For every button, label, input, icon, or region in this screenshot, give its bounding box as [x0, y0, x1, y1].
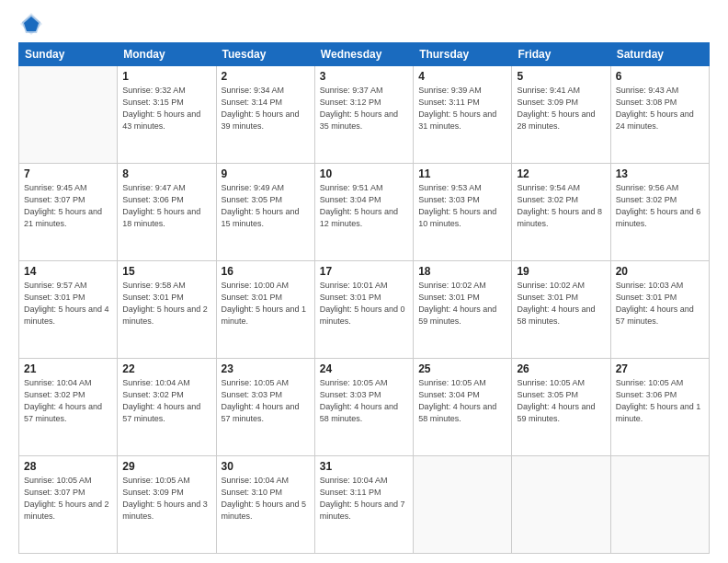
day-number: 28	[24, 460, 112, 473]
calendar-cell: 8Sunrise: 9:47 AM Sunset: 3:06 PM Daylig…	[118, 164, 216, 261]
calendar-cell: 20Sunrise: 10:03 AM Sunset: 3:01 PM Dayl…	[610, 261, 709, 359]
day-number: 3	[320, 70, 408, 83]
day-info: Sunrise: 9:34 AM Sunset: 3:14 PM Dayligh…	[222, 85, 310, 132]
logo-icon	[18, 11, 44, 37]
day-number: 10	[320, 167, 408, 180]
day-info: Sunrise: 10:05 AM Sunset: 3:03 PM Daylig…	[222, 377, 310, 425]
day-info: Sunrise: 10:00 AM Sunset: 3:01 PM Daylig…	[222, 280, 310, 327]
day-number: 20	[616, 265, 704, 278]
day-info: Sunrise: 10:02 AM Sunset: 3:01 PM Daylig…	[517, 280, 605, 327]
weekday-header-saturday: Saturday	[610, 43, 709, 66]
day-number: 26	[517, 362, 605, 375]
day-info: Sunrise: 9:51 AM Sunset: 3:04 PM Dayligh…	[320, 182, 408, 230]
day-info: Sunrise: 9:41 AM Sunset: 3:09 PM Dayligh…	[517, 85, 605, 132]
calendar-cell: 13Sunrise: 9:56 AM Sunset: 3:02 PM Dayli…	[610, 164, 709, 261]
calendar-cell	[512, 456, 610, 554]
day-number: 27	[616, 362, 704, 375]
calendar-cell: 25Sunrise: 10:05 AM Sunset: 3:04 PM Dayl…	[414, 359, 512, 456]
calendar-cell: 28Sunrise: 10:05 AM Sunset: 3:07 PM Dayl…	[19, 456, 118, 554]
calendar-cell: 12Sunrise: 9:54 AM Sunset: 3:02 PM Dayli…	[512, 164, 610, 261]
calendar-cell	[19, 66, 118, 164]
day-info: Sunrise: 10:04 AM Sunset: 3:11 PM Daylig…	[320, 475, 408, 523]
weekday-header-wednesday: Wednesday	[314, 43, 413, 66]
calendar-cell: 3Sunrise: 9:37 AM Sunset: 3:12 PM Daylig…	[314, 66, 413, 164]
calendar-cell: 18Sunrise: 10:02 AM Sunset: 3:01 PM Dayl…	[414, 261, 512, 359]
day-number: 18	[418, 265, 506, 278]
calendar-cell: 26Sunrise: 10:05 AM Sunset: 3:05 PM Dayl…	[512, 359, 610, 456]
day-number: 8	[122, 167, 210, 180]
weekday-header-thursday: Thursday	[414, 43, 512, 66]
page: SundayMondayTuesdayWednesdayThursdayFrid…	[0, 0, 728, 563]
calendar-cell: 1Sunrise: 9:32 AM Sunset: 3:15 PM Daylig…	[118, 66, 216, 164]
calendar-cell	[610, 456, 709, 554]
day-number: 4	[418, 70, 506, 83]
day-number: 19	[517, 265, 605, 278]
calendar-cell: 16Sunrise: 10:00 AM Sunset: 3:01 PM Dayl…	[216, 261, 314, 359]
day-number: 23	[222, 362, 310, 375]
weekday-header-sunday: Sunday	[19, 43, 118, 66]
day-info: Sunrise: 10:05 AM Sunset: 3:04 PM Daylig…	[418, 377, 506, 425]
day-info: Sunrise: 9:47 AM Sunset: 3:06 PM Dayligh…	[122, 182, 210, 230]
calendar-cell	[414, 456, 512, 554]
day-number: 30	[222, 460, 310, 473]
day-number: 11	[418, 167, 506, 180]
calendar-cell: 7Sunrise: 9:45 AM Sunset: 3:07 PM Daylig…	[19, 164, 118, 261]
day-info: Sunrise: 10:04 AM Sunset: 3:02 PM Daylig…	[122, 377, 210, 425]
day-number: 24	[320, 362, 408, 375]
day-info: Sunrise: 10:03 AM Sunset: 3:01 PM Daylig…	[616, 280, 704, 327]
day-info: Sunrise: 10:04 AM Sunset: 3:10 PM Daylig…	[222, 475, 310, 523]
day-info: Sunrise: 9:58 AM Sunset: 3:01 PM Dayligh…	[122, 280, 210, 327]
calendar-cell: 15Sunrise: 9:58 AM Sunset: 3:01 PM Dayli…	[118, 261, 216, 359]
calendar-cell: 6Sunrise: 9:43 AM Sunset: 3:08 PM Daylig…	[610, 66, 709, 164]
header	[18, 15, 710, 37]
calendar-cell: 14Sunrise: 9:57 AM Sunset: 3:01 PM Dayli…	[19, 261, 118, 359]
day-number: 6	[616, 70, 704, 83]
day-number: 13	[616, 167, 704, 180]
calendar-cell: 17Sunrise: 10:01 AM Sunset: 3:01 PM Dayl…	[314, 261, 413, 359]
day-info: Sunrise: 10:05 AM Sunset: 3:06 PM Daylig…	[616, 377, 704, 425]
day-number: 9	[222, 167, 310, 180]
day-info: Sunrise: 10:05 AM Sunset: 3:07 PM Daylig…	[24, 475, 112, 523]
week-row-3: 21Sunrise: 10:04 AM Sunset: 3:02 PM Dayl…	[19, 359, 710, 456]
day-info: Sunrise: 9:37 AM Sunset: 3:12 PM Dayligh…	[320, 85, 408, 132]
day-info: Sunrise: 9:43 AM Sunset: 3:08 PM Dayligh…	[616, 85, 704, 132]
week-row-0: 1Sunrise: 9:32 AM Sunset: 3:15 PM Daylig…	[19, 66, 710, 164]
calendar: SundayMondayTuesdayWednesdayThursdayFrid…	[18, 42, 710, 554]
day-info: Sunrise: 10:02 AM Sunset: 3:01 PM Daylig…	[418, 280, 506, 327]
day-info: Sunrise: 9:49 AM Sunset: 3:05 PM Dayligh…	[222, 182, 310, 230]
calendar-cell: 5Sunrise: 9:41 AM Sunset: 3:09 PM Daylig…	[512, 66, 610, 164]
calendar-cell: 31Sunrise: 10:04 AM Sunset: 3:11 PM Dayl…	[314, 456, 413, 554]
weekday-header-row: SundayMondayTuesdayWednesdayThursdayFrid…	[19, 43, 710, 66]
day-number: 1	[122, 70, 210, 83]
calendar-cell: 9Sunrise: 9:49 AM Sunset: 3:05 PM Daylig…	[216, 164, 314, 261]
calendar-cell: 10Sunrise: 9:51 AM Sunset: 3:04 PM Dayli…	[314, 164, 413, 261]
day-number: 16	[222, 265, 310, 278]
day-info: Sunrise: 10:05 AM Sunset: 3:09 PM Daylig…	[122, 475, 210, 523]
weekday-header-tuesday: Tuesday	[216, 43, 314, 66]
day-info: Sunrise: 9:53 AM Sunset: 3:03 PM Dayligh…	[418, 182, 506, 230]
calendar-cell: 24Sunrise: 10:05 AM Sunset: 3:03 PM Dayl…	[314, 359, 413, 456]
calendar-cell: 4Sunrise: 9:39 AM Sunset: 3:11 PM Daylig…	[414, 66, 512, 164]
day-number: 25	[418, 362, 506, 375]
calendar-cell: 30Sunrise: 10:04 AM Sunset: 3:10 PM Dayl…	[216, 456, 314, 554]
week-row-2: 14Sunrise: 9:57 AM Sunset: 3:01 PM Dayli…	[19, 261, 710, 359]
calendar-cell: 11Sunrise: 9:53 AM Sunset: 3:03 PM Dayli…	[414, 164, 512, 261]
day-info: Sunrise: 9:39 AM Sunset: 3:11 PM Dayligh…	[418, 85, 506, 132]
day-number: 29	[122, 460, 210, 473]
weekday-header-monday: Monday	[118, 43, 216, 66]
day-number: 14	[24, 265, 112, 278]
day-number: 31	[320, 460, 408, 473]
logo	[18, 15, 46, 37]
day-info: Sunrise: 10:01 AM Sunset: 3:01 PM Daylig…	[320, 280, 408, 327]
calendar-cell: 21Sunrise: 10:04 AM Sunset: 3:02 PM Dayl…	[19, 359, 118, 456]
day-number: 17	[320, 265, 408, 278]
weekday-header-friday: Friday	[512, 43, 610, 66]
day-number: 5	[517, 70, 605, 83]
day-number: 12	[517, 167, 605, 180]
day-info: Sunrise: 10:05 AM Sunset: 3:03 PM Daylig…	[320, 377, 408, 425]
week-row-1: 7Sunrise: 9:45 AM Sunset: 3:07 PM Daylig…	[19, 164, 710, 261]
calendar-cell: 22Sunrise: 10:04 AM Sunset: 3:02 PM Dayl…	[118, 359, 216, 456]
calendar-cell: 19Sunrise: 10:02 AM Sunset: 3:01 PM Dayl…	[512, 261, 610, 359]
calendar-cell: 23Sunrise: 10:05 AM Sunset: 3:03 PM Dayl…	[216, 359, 314, 456]
day-info: Sunrise: 9:45 AM Sunset: 3:07 PM Dayligh…	[24, 182, 112, 230]
